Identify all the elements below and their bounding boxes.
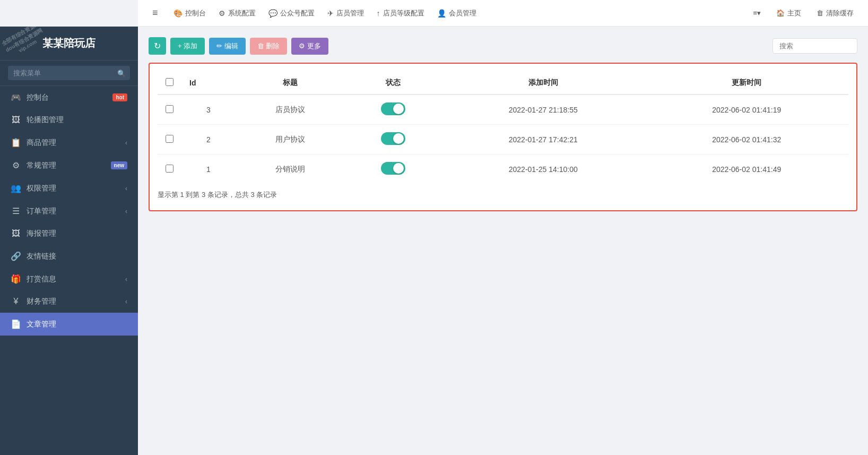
stafflevel-nav-icon: ↑ bbox=[377, 9, 380, 18]
status-toggle[interactable] bbox=[381, 102, 405, 115]
row-add-time: 2022-01-25 14:10:00 bbox=[441, 154, 645, 184]
hamburger-button[interactable]: ≡ bbox=[146, 0, 167, 26]
sidebar-item-orders-label: 订单管理 bbox=[27, 207, 120, 216]
search-input[interactable] bbox=[772, 38, 857, 54]
table-row: 3 店员协议 2022-01-27 21:18:55 2022-06-02 01… bbox=[158, 95, 848, 125]
menu-toggle-button[interactable]: ≡▾ bbox=[747, 9, 767, 17]
header-add-time: 添加时间 bbox=[441, 72, 645, 95]
sidebar-item-articles-label: 文章管理 bbox=[27, 320, 127, 329]
general-icon: ⚙ bbox=[11, 160, 21, 170]
status-toggle[interactable] bbox=[381, 132, 405, 145]
header-checkbox-cell bbox=[158, 72, 181, 95]
permissions-icon: 👥 bbox=[11, 183, 21, 193]
links-icon: 🔗 bbox=[11, 251, 21, 261]
row-checkbox[interactable] bbox=[166, 105, 173, 113]
more-button[interactable]: ⚙ 更多 bbox=[291, 38, 328, 55]
row-id: 3 bbox=[181, 95, 236, 125]
sidebar-item-posters-label: 海报管理 bbox=[27, 229, 127, 238]
select-all-checkbox[interactable] bbox=[166, 78, 173, 86]
nav-membermgr-label: 会员管理 bbox=[449, 8, 476, 18]
finance-arrow-icon: ‹ bbox=[125, 298, 127, 305]
sidebar-item-articles[interactable]: 📄 文章管理 bbox=[0, 313, 138, 336]
status-toggle[interactable] bbox=[381, 162, 405, 175]
nav-staffmgr-label: 店员管理 bbox=[336, 8, 364, 18]
home-label: 主页 bbox=[787, 8, 801, 18]
header-title: 标题 bbox=[236, 72, 345, 95]
sidebar-item-goods-label: 商品管理 bbox=[27, 138, 120, 148]
row-status bbox=[345, 125, 441, 154]
row-title: 分销说明 bbox=[236, 154, 345, 184]
sidebar-item-carousel-label: 轮播图管理 bbox=[27, 115, 127, 125]
clear-cache-button[interactable]: 🗑 清除缓存 bbox=[810, 8, 860, 18]
nav-dashboard[interactable]: 🎨 控制台 bbox=[167, 0, 212, 26]
pagination-text: 显示第 1 到第 3 条记录，总共 3 条记录 bbox=[158, 184, 848, 202]
sidebar-logo: 某某陪玩店 全部有综合资源网dou有综合资源网vip.com bbox=[0, 27, 138, 61]
search-icon: 🔍 bbox=[117, 69, 126, 77]
clear-cache-icon: 🗑 bbox=[817, 9, 823, 17]
tips-arrow-icon: ‹ bbox=[125, 276, 127, 283]
goods-arrow-icon: ‹ bbox=[125, 139, 127, 147]
row-status bbox=[345, 95, 441, 125]
nav-membermgr[interactable]: 👤 会员管理 bbox=[431, 0, 483, 26]
table-row: 1 分销说明 2022-01-25 14:10:00 2022-06-02 01… bbox=[158, 154, 848, 184]
row-add-time: 2022-01-27 21:18:55 bbox=[441, 95, 645, 125]
sidebar-item-general[interactable]: ⚙ 常规管理 new bbox=[0, 154, 138, 177]
watermark: 全部有综合资源网dou有综合资源网vip.com bbox=[1, 27, 48, 59]
sidebar-item-general-label: 常规管理 bbox=[27, 161, 106, 170]
header-status: 状态 bbox=[345, 72, 441, 95]
delete-button[interactable]: 🗑 删除 bbox=[250, 38, 288, 55]
articles-icon: 📄 bbox=[11, 319, 21, 329]
row-update-time: 2022-06-02 01:41:32 bbox=[645, 125, 848, 154]
row-checkbox-cell bbox=[158, 154, 181, 184]
finance-icon: ¥ bbox=[11, 297, 21, 306]
sidebar-menu: 🎮 控制台 hot 🖼 轮播图管理 📋 商品管理 ‹ ⚙ bbox=[0, 86, 138, 455]
row-title: 用户协议 bbox=[236, 125, 345, 154]
add-button[interactable]: + 添加 bbox=[170, 38, 205, 55]
sidebar-item-goods[interactable]: 📋 商品管理 ‹ bbox=[0, 131, 138, 154]
sidebar-item-dashboard[interactable]: 🎮 控制台 hot bbox=[0, 86, 138, 109]
refresh-button[interactable]: ↻ bbox=[149, 37, 166, 55]
row-checkbox-cell bbox=[158, 95, 181, 125]
sysconfig-nav-icon: ⚙ bbox=[219, 9, 225, 18]
sidebar-item-carousel[interactable]: 🖼 轮播图管理 bbox=[0, 109, 138, 131]
sidebar-item-tips[interactable]: 🎁 打赏信息 ‹ bbox=[0, 268, 138, 290]
row-checkbox[interactable] bbox=[166, 165, 173, 173]
table-row: 2 用户协议 2022-01-27 17:42:21 2022-06-02 01… bbox=[158, 125, 848, 154]
hot-badge: hot bbox=[112, 93, 127, 101]
header-id: Id bbox=[181, 72, 236, 95]
nav-stafflevel[interactable]: ↑ 店员等级配置 bbox=[370, 0, 431, 26]
sidebar-item-finance-label: 财务管理 bbox=[27, 297, 120, 306]
row-id: 1 bbox=[181, 154, 236, 184]
sidebar-item-tips-label: 打赏信息 bbox=[27, 274, 120, 284]
sidebar-item-dashboard-label: 控制台 bbox=[27, 93, 107, 102]
main-content: ↻ + 添加 ✏ 编辑 🗑 删除 ⚙ 更多 Id 标题 bbox=[138, 27, 868, 455]
nav-wxconfig[interactable]: 💬 公众号配置 bbox=[262, 0, 321, 26]
hamburger-icon: ≡ bbox=[152, 7, 158, 19]
sidebar-item-posters[interactable]: 🖼 海报管理 bbox=[0, 222, 138, 245]
sidebar-item-finance[interactable]: ¥ 财务管理 ‹ bbox=[0, 290, 138, 313]
sidebar-item-permissions-label: 权限管理 bbox=[27, 184, 120, 193]
row-title: 店员协议 bbox=[236, 95, 345, 125]
membermgr-nav-icon: 👤 bbox=[437, 9, 446, 18]
sidebar-item-links[interactable]: 🔗 友情链接 bbox=[0, 245, 138, 268]
menu-toggle-icon: ≡▾ bbox=[753, 9, 761, 17]
row-checkbox[interactable] bbox=[166, 135, 173, 143]
carousel-icon: 🖼 bbox=[11, 115, 21, 125]
wxconfig-nav-icon: 💬 bbox=[268, 9, 277, 18]
home-button[interactable]: 🏠 主页 bbox=[770, 8, 808, 18]
sidebar-item-orders[interactable]: ☰ 订单管理 ‹ bbox=[0, 200, 138, 222]
row-checkbox-cell bbox=[158, 125, 181, 154]
table-container: Id 标题 状态 添加时间 更新时间 3 店员协议 bbox=[149, 63, 857, 211]
orders-arrow-icon: ‹ bbox=[125, 208, 127, 215]
nav-wxconfig-label: 公众号配置 bbox=[280, 8, 315, 18]
clear-cache-label: 清除缓存 bbox=[826, 8, 854, 18]
nav-sysconfig[interactable]: ⚙ 系统配置 bbox=[212, 0, 262, 26]
header-update-time: 更新时间 bbox=[645, 72, 848, 95]
edit-button[interactable]: ✏ 编辑 bbox=[209, 38, 246, 55]
row-id: 2 bbox=[181, 125, 236, 154]
nav-dashboard-label: 控制台 bbox=[185, 8, 206, 18]
sidebar: 某某陪玩店 全部有综合资源网dou有综合资源网vip.com 🔍 🎮 控制台 h… bbox=[0, 27, 138, 455]
nav-staffmgr[interactable]: ✈ 店员管理 bbox=[321, 0, 370, 26]
sidebar-search-input[interactable] bbox=[8, 66, 130, 80]
sidebar-item-permissions[interactable]: 👥 权限管理 ‹ bbox=[0, 177, 138, 200]
